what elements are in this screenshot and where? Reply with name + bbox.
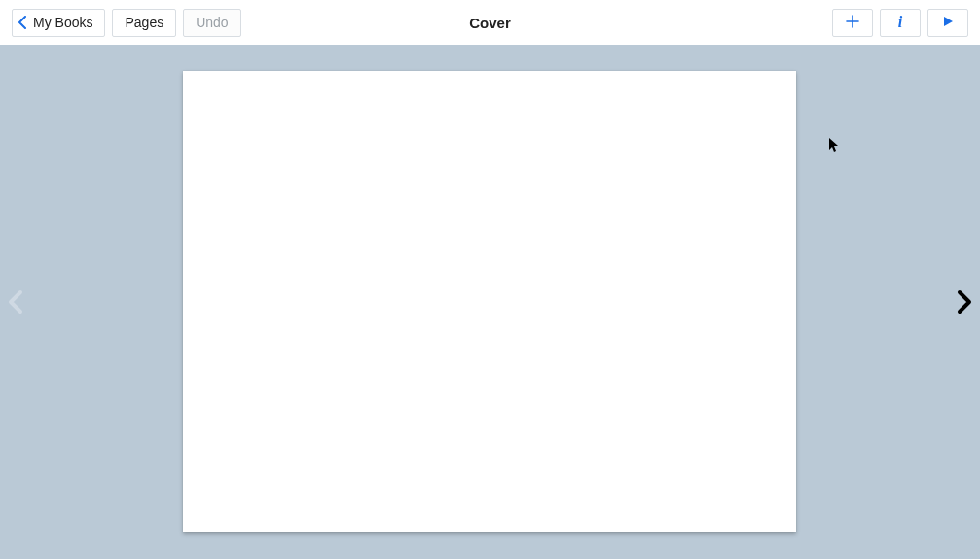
book-page-canvas[interactable]: [183, 71, 796, 532]
play-button[interactable]: [927, 9, 968, 37]
toolbar-left-group: My Books Pages Undo: [12, 9, 241, 37]
next-page-button[interactable]: [951, 290, 978, 317]
add-button[interactable]: [832, 9, 873, 37]
chevron-right-icon: [956, 289, 973, 318]
pages-label: Pages: [125, 15, 163, 30]
info-button[interactable]: i: [880, 9, 921, 37]
play-icon: [942, 15, 954, 30]
my-books-label: My Books: [33, 15, 92, 30]
svg-marker-3: [829, 138, 838, 152]
undo-button[interactable]: Undo: [183, 9, 240, 37]
svg-marker-2: [944, 17, 953, 26]
chevron-left-icon: [18, 16, 27, 29]
chevron-left-icon: [7, 289, 24, 318]
my-books-button[interactable]: My Books: [12, 9, 105, 37]
toolbar-right-group: i: [832, 9, 968, 37]
top-toolbar: My Books Pages Undo Cover i: [0, 0, 980, 45]
undo-label: Undo: [196, 15, 228, 30]
pages-button[interactable]: Pages: [112, 9, 176, 37]
plus-icon: [846, 15, 859, 31]
prev-page-button[interactable]: [2, 290, 29, 317]
info-icon: i: [898, 14, 902, 31]
editor-stage: [0, 45, 980, 559]
mouse-cursor-icon: [829, 138, 841, 158]
